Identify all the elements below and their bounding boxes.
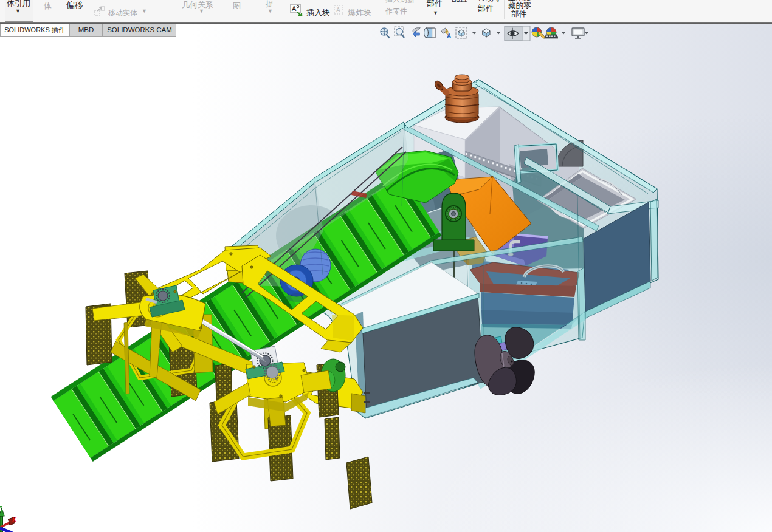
svg-text:A: A xyxy=(447,33,451,39)
svg-text:X: X xyxy=(12,516,16,523)
svg-text:A: A xyxy=(292,5,297,12)
svg-text:A: A xyxy=(336,7,340,13)
